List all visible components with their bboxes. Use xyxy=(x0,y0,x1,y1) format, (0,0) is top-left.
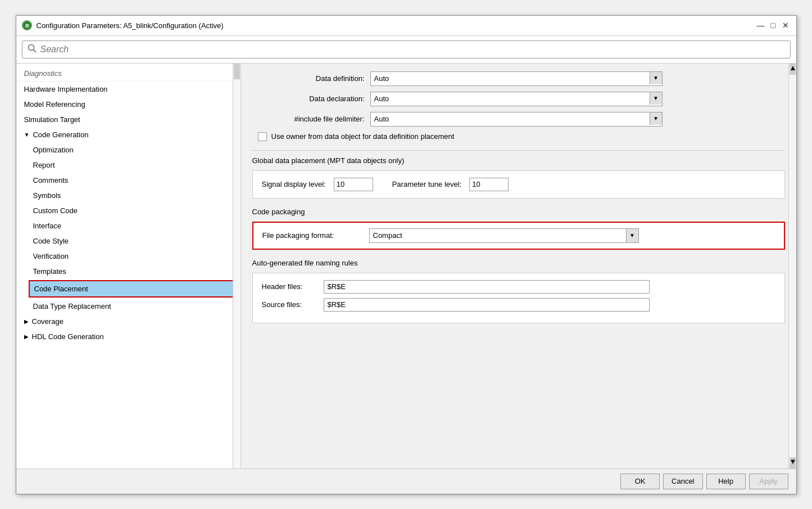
file-packaging-select[interactable]: Compact ▼ xyxy=(369,228,639,243)
sidebar-item-comments[interactable]: Comments xyxy=(16,173,241,188)
sidebar-item-optimization[interactable]: Optimization xyxy=(16,142,241,157)
symbols-label: Symbols xyxy=(33,191,61,200)
model-referencing-label: Model Referencing xyxy=(24,100,85,109)
optimization-label: Optimization xyxy=(33,146,74,154)
coverage-label: Coverage xyxy=(32,317,63,326)
maximize-button[interactable]: □ xyxy=(768,20,778,30)
source-files-label: Source files: xyxy=(262,300,318,309)
data-declaration-row: Data declaration: Auto ▼ xyxy=(252,92,785,106)
app-icon: ⚙ xyxy=(22,20,32,30)
search-wrapper xyxy=(22,40,791,58)
global-data-group: Signal display level: Parameter tune lev… xyxy=(252,170,785,199)
code-generation-label: Code Generation xyxy=(33,130,88,139)
global-data-section: Global data placement (MPT data objects … xyxy=(252,156,785,199)
signal-display-input[interactable] xyxy=(334,178,373,191)
sidebar-item-coverage[interactable]: ▶ Coverage xyxy=(16,314,241,329)
data-definition-row: Data definition: Auto ▼ xyxy=(252,71,785,86)
data-declaration-value: Auto xyxy=(374,94,389,103)
main-area: Diagnostics Hardware Implementation Mode… xyxy=(16,64,796,469)
header-files-label: Header files: xyxy=(262,282,318,291)
sidebar-item-code-placement[interactable]: Code Placement xyxy=(29,280,237,298)
minimize-button[interactable]: — xyxy=(756,20,766,30)
cancel-button[interactable]: Cancel xyxy=(663,474,702,489)
data-declaration-arrow: ▼ xyxy=(650,92,662,105)
hardware-implementation-label: Hardware Implementation xyxy=(24,85,108,93)
include-file-label: #include file delimiter: xyxy=(252,115,365,123)
apply-button[interactable]: Apply xyxy=(749,474,788,489)
hdl-triangle: ▶ xyxy=(24,334,29,340)
title-bar-left: ⚙ Configuration Parameters: A5_blink/Con… xyxy=(22,20,224,30)
svg-text:⚙: ⚙ xyxy=(25,23,29,29)
file-packaging-value: Compact xyxy=(373,231,402,240)
data-declaration-select[interactable]: Auto ▼ xyxy=(370,92,663,106)
file-packaging-highlight: File packaging format: Compact ▼ xyxy=(252,222,785,250)
svg-point-2 xyxy=(28,44,34,50)
sidebar-item-model-referencing[interactable]: Model Referencing xyxy=(16,97,241,112)
search-bar xyxy=(16,36,796,64)
search-input[interactable] xyxy=(40,44,786,55)
sidebar-item-hdl-code-generation[interactable]: ▶ HDL Code Generation xyxy=(16,329,241,344)
scrollbar-thumb[interactable] xyxy=(234,64,240,79)
auto-naming-title: Auto-generated file naming rules xyxy=(252,259,785,267)
data-type-replacement-label: Data Type Replacement xyxy=(33,302,111,310)
window-title: Configuration Parameters: A5_blink/Confi… xyxy=(37,21,224,30)
data-definition-value: Auto xyxy=(374,74,389,83)
header-files-input[interactable] xyxy=(324,280,650,294)
content-area: Data definition: Auto ▼ Data declaration… xyxy=(241,64,796,469)
sidebar-item-symbols[interactable]: Symbols xyxy=(16,188,241,203)
include-file-arrow: ▼ xyxy=(650,112,662,125)
use-owner-checkbox[interactable] xyxy=(258,132,267,141)
sidebar-item-code-style[interactable]: Code Style xyxy=(16,233,241,249)
data-definition-arrow: ▼ xyxy=(650,72,662,84)
content-scrollbar[interactable]: ▲ ▼ xyxy=(788,64,796,469)
checkbox-label: Use owner from data object for data defi… xyxy=(271,132,455,141)
bottom-bar: OK Cancel Help Apply xyxy=(16,469,796,494)
coverage-triangle: ▶ xyxy=(24,318,29,325)
packaging-row: File packaging format: Compact ▼ xyxy=(262,228,775,243)
close-button[interactable]: ✕ xyxy=(781,20,791,30)
verification-label: Verification xyxy=(33,252,69,260)
checkbox-row: Use owner from data object for data defi… xyxy=(252,132,785,141)
code-generation-triangle: ▼ xyxy=(24,132,30,138)
content-scrollbar-up[interactable]: ▲ xyxy=(790,64,796,75)
sidebar-scrollbar[interactable] xyxy=(233,64,241,469)
sidebar-item-hardware-implementation[interactable]: Hardware Implementation xyxy=(16,82,241,97)
data-definition-section: Data definition: Auto ▼ Data declaration… xyxy=(252,71,785,141)
help-button[interactable]: Help xyxy=(706,474,746,489)
sidebar-item-interface[interactable]: Interface xyxy=(16,218,241,233)
custom-code-label: Custom Code xyxy=(33,206,78,215)
title-bar: ⚙ Configuration Parameters: A5_blink/Con… xyxy=(16,16,796,36)
data-declaration-label: Data declaration: xyxy=(252,94,365,103)
include-file-select[interactable]: Auto ▼ xyxy=(370,112,663,127)
file-packaging-label: File packaging format: xyxy=(262,231,364,240)
ok-button[interactable]: OK xyxy=(620,474,660,489)
auto-naming-section: Auto-generated file naming rules Header … xyxy=(252,259,785,323)
source-files-input[interactable] xyxy=(324,298,650,312)
simulation-target-label: Simulation Target xyxy=(24,115,80,124)
interface-label: Interface xyxy=(33,222,62,230)
sidebar-item-templates[interactable]: Templates xyxy=(16,264,241,279)
sidebar-item-report[interactable]: Report xyxy=(16,157,241,173)
sidebar-item-data-type-replacement[interactable]: Data Type Replacement xyxy=(16,299,241,314)
code-style-label: Code Style xyxy=(33,237,69,245)
parameter-tune-label: Parameter tune level: xyxy=(392,180,462,188)
divider-1 xyxy=(252,150,785,151)
signal-display-label: Signal display level: xyxy=(262,180,326,188)
sidebar-item-simulation-target[interactable]: Simulation Target xyxy=(16,112,241,127)
include-file-row: #include file delimiter: Auto ▼ xyxy=(252,112,785,127)
code-placement-label: Code Placement xyxy=(34,285,88,293)
report-label: Report xyxy=(33,161,55,169)
sidebar-item-verification[interactable]: Verification xyxy=(16,249,241,264)
content-scrollbar-down[interactable]: ▼ xyxy=(790,457,796,469)
templates-label: Templates xyxy=(33,267,66,276)
hdl-code-generation-label: HDL Code Generation xyxy=(32,332,104,341)
include-file-value: Auto xyxy=(374,115,389,123)
sidebar-item-code-generation[interactable]: ▼ Code Generation xyxy=(16,127,241,142)
sidebar-item-diagnostics[interactable]: Diagnostics xyxy=(16,66,241,82)
header-files-row: Header files: xyxy=(262,280,775,294)
search-icon xyxy=(27,43,37,56)
global-fields-row: Signal display level: Parameter tune lev… xyxy=(262,178,775,191)
sidebar-item-custom-code[interactable]: Custom Code xyxy=(16,203,241,218)
parameter-tune-input[interactable] xyxy=(469,178,509,191)
data-definition-select[interactable]: Auto ▼ xyxy=(370,71,663,86)
